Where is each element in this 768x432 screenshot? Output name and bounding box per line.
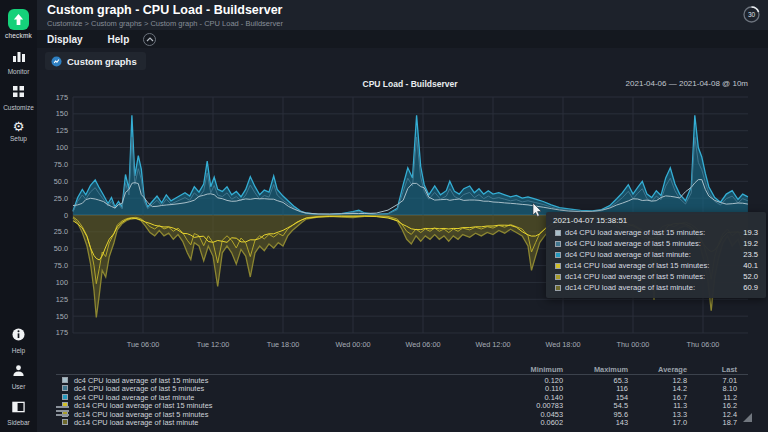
legend-header-row: Minimum Maximum Average Last	[56, 365, 748, 375]
legend-table: Minimum Maximum Average Last dc4 CPU loa…	[56, 365, 748, 426]
tooltip-row-value: 23.5	[743, 250, 758, 259]
checkmk-logo-icon	[8, 9, 29, 30]
tooltip-row-label: dc4 CPU load average of last 15 minutes:	[565, 228, 705, 237]
sidebar-item-label: Monitor	[8, 68, 30, 75]
y-axis-label: 125	[56, 126, 68, 135]
sidebar-item-monitor[interactable]: Monitor	[8, 48, 30, 75]
y-axis-label: 100	[56, 278, 68, 287]
user-icon	[12, 363, 25, 381]
x-axis-label: Tue 18:00	[267, 340, 300, 349]
y-axis-label: 150	[56, 109, 68, 118]
gear-icon: ⚙	[13, 120, 25, 133]
tooltip-row-label: dc14 CPU load average of last 15 minutes…	[565, 261, 709, 270]
tooltip-row-label: dc4 CPU load average of last minute:	[565, 250, 691, 259]
series-color-swatch	[555, 285, 561, 291]
grid-icon	[12, 84, 25, 102]
checkmk-logo[interactable]: checkmk	[5, 9, 32, 39]
sidebar-item-label: Help	[12, 347, 25, 354]
tooltip-row-value: 19.3	[743, 228, 758, 237]
tooltip-row-value: 40.1	[743, 261, 758, 270]
sidebar-item-label: User	[12, 383, 26, 390]
x-axis-label: Tue 06:00	[127, 340, 160, 349]
series-color-swatch	[62, 385, 68, 391]
x-axis-label: Wed 06:00	[405, 340, 440, 349]
y-axis-label: 75.0	[54, 261, 68, 270]
x-axis-label: Wed 18:00	[545, 340, 580, 349]
sidebar-item-customize[interactable]: Customize	[3, 84, 34, 111]
tooltip-row: dc4 CPU load average of last minute:23.5	[553, 249, 759, 260]
series-color-swatch	[62, 377, 68, 383]
sidebar-item-label: Customize	[3, 104, 34, 111]
series-color-swatch	[555, 241, 561, 247]
graph-drag-handle[interactable]	[56, 406, 69, 418]
custom-graphs-button[interactable]: Custom graphs	[45, 52, 146, 70]
hover-tooltip: 2021-04-07 15:38:51 dc4 CPU load average…	[546, 212, 766, 298]
tooltip-row-label: dc4 CPU load average of last 5 minutes:	[565, 239, 701, 248]
x-axis-label: Thu 06:00	[687, 340, 720, 349]
tooltip-row-value: 19.2	[743, 239, 758, 248]
brand-label: checkmk	[5, 32, 32, 39]
y-axis-label: 0	[64, 211, 68, 220]
tooltip-row-label: dc14 CPU load average of last minute:	[565, 283, 695, 292]
legend-row-label: dc14 CPU load average of last minute	[74, 418, 198, 427]
series-color-swatch	[555, 274, 561, 280]
legend-minimum-value: 0.0602	[503, 418, 563, 427]
y-axis-label: 175	[56, 328, 68, 337]
graph-time-range: 2021-04-06 — 2021-04-08 @ 10m	[626, 79, 748, 88]
tooltip-row: dc4 CPU load average of last 15 minutes:…	[553, 227, 759, 238]
sidebar-panel-icon	[12, 399, 25, 417]
custom-graphs-icon	[51, 56, 62, 67]
legend-row: dc4 CPU load average of last 5 minutes0.…	[56, 384, 748, 392]
y-axis-label: 150	[56, 312, 68, 321]
x-axis-label: Wed 12:00	[475, 340, 510, 349]
y-axis-label: 75.0	[54, 160, 68, 169]
series-color-swatch	[555, 230, 561, 236]
legend-col-maximum: Maximum	[568, 365, 628, 374]
sidebar-item-help[interactable]: Help	[12, 327, 25, 354]
legend-last-value: 18.7	[677, 418, 737, 427]
tooltip-row-value: 52.0	[743, 272, 758, 281]
y-axis-label: 100	[56, 143, 68, 152]
tooltip-row: dc14 CPU load average of last 5 minutes:…	[553, 271, 759, 282]
legend-maximum-value: 143	[568, 418, 628, 427]
series-color-swatch	[555, 252, 561, 258]
bar-chart-icon	[12, 48, 26, 66]
info-icon	[12, 327, 25, 345]
graph-resize-handle[interactable]	[743, 413, 752, 422]
y-axis-label: 175	[56, 93, 68, 102]
y-axis-label: 25.0	[54, 227, 68, 236]
tooltip-row-label: dc14 CPU load average of last 5 minutes:	[565, 272, 705, 281]
sidebar-item-label: Setup	[10, 135, 27, 142]
series-color-swatch	[555, 263, 561, 269]
legend-col-last: Last	[677, 365, 737, 374]
tooltip-row: dc14 CPU load average of last 15 minutes…	[553, 260, 759, 271]
tooltip-row: dc14 CPU load average of last minute:60.…	[553, 282, 759, 293]
y-axis-label: 50.0	[54, 244, 68, 253]
legend-row: dc14 CPU load average of last minute0.06…	[56, 418, 748, 426]
x-axis-label: Wed 00:00	[335, 340, 370, 349]
sidebar-item-setup[interactable]: ⚙ Setup	[10, 120, 27, 142]
y-axis-label: 50.0	[54, 177, 68, 186]
graph-title: CPU Load - Buildserver	[300, 79, 520, 89]
x-axis-label: Tue 12:00	[197, 340, 230, 349]
sidebar-item-user[interactable]: User	[12, 363, 26, 390]
main-sidebar: checkmk Monitor Customize ⚙ Setup Help	[0, 0, 37, 432]
x-axis-label: Thu 00:00	[617, 340, 650, 349]
y-axis-label: 125	[56, 295, 68, 304]
app-window: checkmk Monitor Customize ⚙ Setup Help	[0, 0, 768, 432]
legend-row: dc4 CPU load average of last minute0.140…	[56, 393, 748, 401]
y-axis-label: 25.0	[54, 194, 68, 203]
legend-row: dc4 CPU load average of last 15 minutes0…	[56, 376, 748, 384]
tooltip-row-value: 60.9	[743, 283, 758, 292]
tooltip-timestamp: 2021-04-07 15:38:51	[553, 216, 759, 225]
custom-graphs-button-label: Custom graphs	[67, 56, 137, 67]
legend-row: dc14 CPU load average of last 5 minutes0…	[56, 410, 748, 418]
series-color-swatch	[62, 419, 68, 425]
legend-col-minimum: Minimum	[503, 365, 563, 374]
sidebar-item-sidebar[interactable]: Sidebar	[7, 399, 29, 426]
tooltip-row: dc4 CPU load average of last 5 minutes:1…	[553, 238, 759, 249]
legend-row: dc14 CPU load average of last 15 minutes…	[56, 401, 748, 409]
series-color-swatch	[62, 394, 68, 400]
sidebar-item-label: Sidebar	[7, 419, 29, 426]
